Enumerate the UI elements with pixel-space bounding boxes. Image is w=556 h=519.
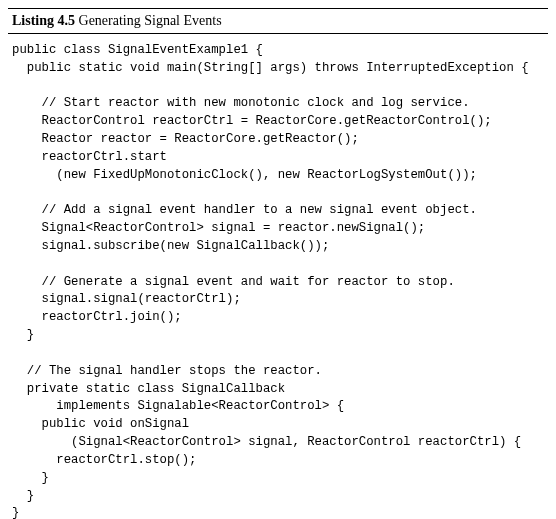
code-area: public class SignalEventExample1 { publi… (8, 34, 548, 519)
listing-header: Listing 4.5 Generating Signal Events (8, 9, 548, 34)
code-block: public class SignalEventExample1 { publi… (12, 42, 544, 519)
code-listing: Listing 4.5 Generating Signal Events pub… (8, 8, 548, 519)
page: Listing 4.5 Generating Signal Events pub… (0, 0, 556, 519)
listing-label: Listing 4.5 (12, 13, 75, 28)
listing-caption: Generating Signal Events (79, 13, 222, 28)
